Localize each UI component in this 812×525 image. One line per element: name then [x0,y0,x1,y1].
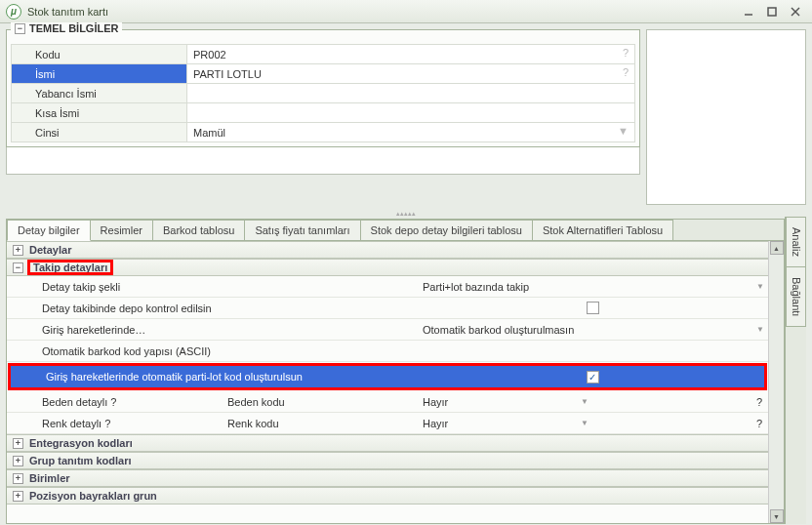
hint-icon[interactable]: ? [623,66,629,78]
label-ismi: İsmi [12,64,187,84]
basic-info-group: − TEMEL BİLGİLER Kodu PR002? İsmi PARTI … [6,29,640,147]
collapse-icon[interactable]: − [15,23,25,34]
expand-icon[interactable]: + [13,473,23,484]
value-ismi[interactable]: PARTI LOTLU? [187,64,635,84]
vertical-scrollbar[interactable]: ▲ ▼ [768,241,784,523]
scroll-track[interactable] [770,255,784,509]
acc-pozisyon[interactable]: + Pozisyon bayrakları grun [7,487,768,505]
title-bar: μ Stok tanıtım kartı [0,0,812,23]
hint-renk[interactable]: ? [592,416,768,431]
vtab-baglanti[interactable]: Bağlantı [786,266,806,327]
row-yabanci: Yabancı İsmi [12,84,635,103]
acc-grup-label: Grup tanıtım kodları [29,455,132,466]
acc-entegrasyon-label: Entegrasyon kodları [29,437,133,449]
expand-icon[interactable]: + [13,245,23,256]
vtab-analiz[interactable]: Analiz [786,217,806,267]
chevron-down-icon[interactable]: ▼ [618,125,629,137]
row-kodu: Kodu PR002? [12,45,635,64]
label-parti-lot-kod: Giriş hareketlerinde otomatik parti-lot … [11,369,421,384]
value-renk-detayli[interactable]: Hayır▼ [417,416,592,431]
row-otomatik-barkod: Otomatik barkod kod yapısı (ASCII) [7,341,768,362]
svg-rect-1 [768,8,776,16]
highlighted-row-wrap: Giriş hareketlerinde otomatik parti-lot … [8,363,767,390]
tab-detay-bilgiler[interactable]: Detay bilgiler [7,220,91,241]
label-detay-takip-sekli: Detay takip şekli [7,279,222,295]
value-yabanci[interactable] [187,84,635,103]
tab-strip: Detay bilgiler Resimler Barkod tablosu S… [6,219,785,241]
expand-icon[interactable]: + [13,456,23,466]
label-depo-kontrol: Detay takibinde depo kontrol edilsin [7,301,417,316]
chevron-down-icon[interactable]: ▼ [756,282,764,291]
hint-beden[interactable]: ? [592,394,768,410]
blank-area [6,147,640,175]
image-preview-pane [646,29,806,205]
tab-barkod-tablosu[interactable]: Barkod tablosu [152,220,245,240]
acc-detaylar-label: Detaylar [29,244,71,256]
basic-info-header[interactable]: − TEMEL BİLGİLER [11,22,122,34]
minimize-button[interactable] [738,4,759,20]
row-detay-takip-sekli: Detay takip şekli Parti+lot bazında taki… [7,276,768,298]
row-parti-lot-kod[interactable]: Giriş hareketlerinde otomatik parti-lot … [11,366,764,387]
label-renk-kodu: Renk kodu [222,416,417,431]
acc-birimler[interactable]: + Birimler [7,469,768,487]
value-detay-takip-sekli[interactable]: Parti+lot bazında takip▼ [417,279,768,295]
chevron-down-icon[interactable]: ▼ [756,325,764,334]
label-kodu: Kodu [12,45,187,64]
tab-stok-depo[interactable]: Stok depo detay bilgileri tablosu [360,220,533,240]
expand-icon[interactable]: + [13,491,23,502]
app-icon: μ [6,4,21,20]
close-button[interactable] [785,4,806,20]
acc-takip-label: Takip detayları [29,262,111,273]
checkbox-icon[interactable] [587,302,599,314]
label-renk-detayli: Renk detaylı ? [7,416,222,431]
tab-resimler[interactable]: Resimler [90,220,153,240]
row-ismi: İsmi PARTI LOTLU? [12,64,635,84]
row-depo-kontrol: Detay takibinde depo kontrol edilsin [7,298,768,319]
value-kisa[interactable] [187,103,635,123]
label-otomatik-barkod: Otomatik barkod kod yapısı (ASCII) [7,343,417,359]
maximize-button[interactable] [761,4,783,20]
chevron-down-icon[interactable]: ▼ [581,397,589,406]
hint-icon[interactable]: ? [623,47,629,59]
acc-detaylar[interactable]: + Detaylar [7,241,768,259]
value-cinsi[interactable]: Mamül▼ [187,123,635,142]
row-beden-detayli: Beden detaylı ? Beden kodu Hayır▼ ? [7,391,768,413]
label-kisa: Kısa İsmi [12,103,187,123]
value-beden-detayli[interactable]: Hayır▼ [417,394,592,410]
checkbox-parti-lot-kod[interactable] [421,369,764,385]
row-cinsi: Cinsi Mamül▼ [12,123,635,142]
scroll-up-icon[interactable]: ▲ [770,241,784,255]
chevron-down-icon[interactable]: ▼ [581,419,589,427]
acc-grup[interactable]: + Grup tanıtım kodları [7,452,768,469]
tab-satis-fiyati[interactable]: Satış fiyatı tanımları [244,220,360,240]
acc-takip[interactable]: − Takip detayları [7,259,768,276]
basic-info-table: Kodu PR002? İsmi PARTI LOTLU? Yabancı İs… [11,44,635,142]
label-yabanci: Yabancı İsmi [12,84,187,103]
value-giris-hareket[interactable]: Otomatik barkod oluşturulmasın▼ [417,322,768,338]
accordion-pane: + Detaylar − Takip detayları Detay takip… [6,241,785,524]
row-kisa: Kısa İsmi [12,103,635,123]
collapse-icon[interactable]: − [13,262,23,273]
value-otomatik-barkod[interactable] [417,349,768,353]
acc-entegrasyon[interactable]: + Entegrasyon kodları [7,434,768,452]
label-giris-hareket: Giriş hareketlerinde… [7,322,222,338]
acc-birimler-label: Birimler [29,472,70,484]
row-giris-hareket: Giriş hareketlerinde… Otomatik barkod ol… [7,319,768,341]
label-beden-kodu: Beden kodu [222,394,417,410]
window-title: Stok tanıtım kartı [27,6,736,18]
label-cinsi: Cinsi [12,123,187,142]
scroll-down-icon[interactable]: ▼ [770,509,784,523]
vertical-tab-strip: Analiz Bağlantı [785,217,806,524]
checkbox-checked-icon[interactable] [587,371,599,384]
label-beden-detayli: Beden detaylı ? [7,394,222,410]
acc-pozisyon-label: Pozisyon bayrakları grun [29,490,157,502]
expand-icon[interactable]: + [13,438,23,449]
basic-info-title: TEMEL BİLGİLER [29,22,118,34]
checkbox-depo-kontrol[interactable] [417,300,768,316]
tab-stok-alternatif[interactable]: Stok Alternatifleri Tablosu [532,220,673,240]
row-renk-detayli: Renk detaylı ? Renk kodu Hayır▼ ? [7,413,768,434]
value-kodu[interactable]: PR002? [187,45,635,64]
